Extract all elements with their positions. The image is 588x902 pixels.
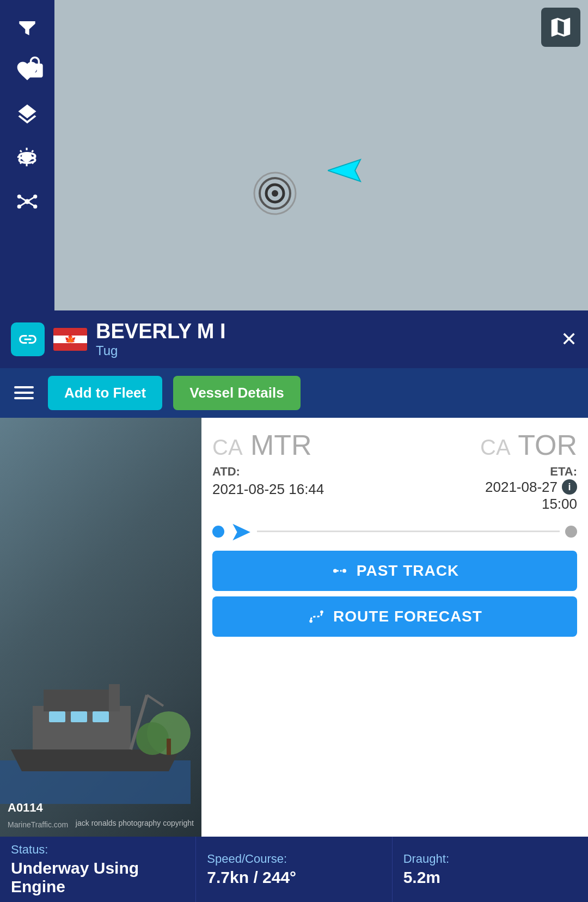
vessel-header: 🍁 BEVERLY M I Tug ✕ xyxy=(0,310,588,368)
svg-rect-23 xyxy=(71,711,87,722)
ports-row: CA MTR CA TOR xyxy=(212,431,577,459)
times-block: ATD: 2021-08-25 16:44 ETA: 2021-08-27 i … xyxy=(212,465,577,513)
action-bar: Add to Fleet Vessel Details xyxy=(0,368,588,418)
sidebar-item-favorites[interactable] xyxy=(0,49,54,93)
vessel-arrow xyxy=(328,155,371,188)
vessel-photo: A0114 jack ronalds photography copyright… xyxy=(0,418,201,837)
vessel-marker[interactable] xyxy=(250,169,299,220)
svg-marker-16 xyxy=(328,160,360,181)
lock-icon xyxy=(23,56,47,80)
svg-point-27 xyxy=(136,722,169,755)
progress-arrow-icon: ➤ xyxy=(230,521,252,542)
svg-point-32 xyxy=(309,620,313,623)
route-forecast-icon xyxy=(307,607,326,626)
progress-line xyxy=(257,531,560,532)
map-view-button[interactable] xyxy=(541,8,580,47)
sidebar-item-weather[interactable] xyxy=(0,136,54,180)
atd-block: ATD: 2021-08-25 16:44 xyxy=(212,465,324,513)
status-item-status: Status: Underway Using Engine xyxy=(0,837,196,902)
svg-line-10 xyxy=(19,202,27,206)
svg-rect-25 xyxy=(109,684,120,711)
draught-label: Draught: xyxy=(403,852,577,866)
svg-rect-28 xyxy=(167,739,171,755)
draught-value: 5.2m xyxy=(403,868,577,887)
svg-point-29 xyxy=(333,569,337,573)
sidebar-item-layers[interactable] xyxy=(0,93,54,136)
status-value: Underway Using Engine xyxy=(11,859,185,896)
progress-end xyxy=(565,526,577,538)
speed-label: Speed/Course: xyxy=(207,852,381,866)
wind-icon xyxy=(15,146,39,170)
svg-point-30 xyxy=(342,569,346,573)
vessel-details-button[interactable]: Vessel Details xyxy=(173,376,300,410)
vessel-panel: 🍁 BEVERLY M I Tug ✕ Add to Fleet Vessel … xyxy=(0,310,588,837)
svg-point-15 xyxy=(272,190,278,197)
photo-watermark: MarineTraffic.com xyxy=(8,820,68,829)
eta-value: 2021-08-27 i xyxy=(340,479,577,496)
route-info: CA MTR CA TOR ATD: 2021-08-25 16:44 ETA: xyxy=(201,418,588,837)
svg-rect-24 xyxy=(93,711,109,722)
svg-line-9 xyxy=(27,197,35,202)
network-icon xyxy=(15,190,39,214)
status-item-draught: Draught: 5.2m xyxy=(393,837,588,902)
progress-start xyxy=(212,526,224,538)
svg-point-33 xyxy=(320,611,323,614)
app-container: 🍁 BEVERLY M I Tug ✕ Add to Fleet Vessel … xyxy=(0,0,588,902)
layers-icon xyxy=(15,102,39,126)
vessel-name-block: BEVERLY M I Tug xyxy=(96,320,577,358)
vessel-type: Tug xyxy=(96,343,577,358)
past-track-icon xyxy=(330,562,349,580)
origin-port: CA MTR xyxy=(212,431,312,459)
country-flag: 🍁 xyxy=(53,328,87,351)
close-button[interactable]: ✕ xyxy=(561,330,577,349)
sidebar-item-network[interactable] xyxy=(0,180,54,223)
status-item-speed: Speed/Course: 7.7kn / 244° xyxy=(196,837,392,902)
photo-placeholder xyxy=(0,418,201,837)
atd-value: 2021-08-25 16:44 xyxy=(212,481,324,497)
dest-port: CA TOR xyxy=(480,431,577,459)
speed-value: 7.7kn / 244° xyxy=(207,868,381,887)
photo-credit: jack ronalds photography copyright xyxy=(76,818,194,829)
map-book-icon xyxy=(548,15,573,40)
eta-block: ETA: 2021-08-27 i 15:00 xyxy=(340,465,577,513)
vessel-name: BEVERLY M I xyxy=(96,320,577,343)
add-to-fleet-button[interactable]: Add to Fleet xyxy=(48,376,162,410)
info-icon[interactable]: i xyxy=(562,479,577,495)
info-section: A0114 jack ronalds photography copyright… xyxy=(0,418,588,837)
vessel-link-icon[interactable] xyxy=(11,322,45,356)
past-track-button[interactable]: PAST TRACK xyxy=(212,551,577,591)
svg-line-8 xyxy=(19,197,27,202)
atd-label: ATD: xyxy=(212,465,324,479)
eta-date: 2021-08-27 xyxy=(485,479,558,496)
route-forecast-button[interactable]: ROUTE FORECAST xyxy=(212,596,577,637)
status-label: Status: xyxy=(11,843,185,857)
eta-time: 15:00 xyxy=(340,496,577,513)
eta-label: ETA: xyxy=(340,465,577,479)
photo-id: A0114 xyxy=(8,801,43,815)
svg-line-11 xyxy=(27,202,35,206)
progress-bar: ➤ xyxy=(212,521,577,542)
map-area[interactable] xyxy=(54,0,588,310)
filter-icon xyxy=(15,15,39,39)
top-section xyxy=(0,0,588,310)
svg-line-21 xyxy=(147,695,163,706)
menu-button[interactable] xyxy=(11,383,37,403)
sidebar xyxy=(0,0,54,310)
svg-rect-19 xyxy=(44,690,109,711)
sidebar-item-filter[interactable] xyxy=(0,5,54,49)
svg-rect-22 xyxy=(49,711,65,722)
status-bar: Status: Underway Using Engine Speed/Cour… xyxy=(0,837,588,902)
link-icon xyxy=(17,329,38,350)
